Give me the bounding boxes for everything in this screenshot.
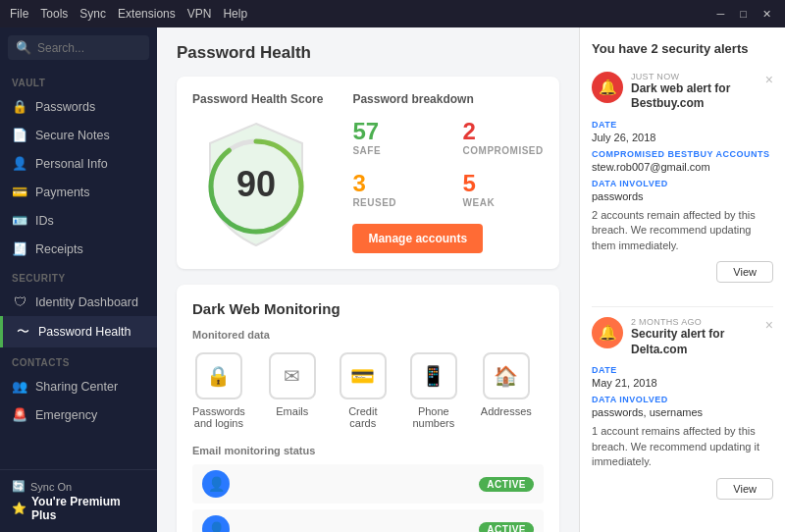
- sidebar-label-personal-info: Personal Info: [35, 157, 108, 171]
- stat-reused: 3 REUSED: [352, 170, 433, 208]
- alert-close-2[interactable]: ×: [765, 317, 773, 333]
- email-row-2[interactable]: 👤 ACTIVE: [192, 509, 544, 532]
- score-label: Password Health Score: [192, 92, 323, 106]
- monitored-label: Monitored data: [192, 329, 544, 341]
- receipt-icon: 🧾: [12, 241, 27, 256]
- sidebar-item-ids[interactable]: 🪪 IDs: [0, 206, 157, 235]
- alert-close-1[interactable]: ×: [765, 72, 773, 87]
- sidebar-label-password-health: Password Health: [38, 325, 131, 339]
- password-health-title: Password Health: [177, 43, 559, 63]
- alert-date-label-1: DATE: [592, 120, 773, 130]
- sidebar-item-payments[interactable]: 💳 Payments: [0, 178, 157, 206]
- email-row-1[interactable]: 👤 ACTIVE: [192, 464, 544, 504]
- credit-card-icon: 💳: [340, 352, 387, 399]
- sidebar-label-payments: Payments: [35, 186, 90, 199]
- alert-description-2: 1 account remains affected by this breac…: [592, 424, 773, 469]
- star-icon: ⭐: [12, 502, 26, 515]
- sidebar-item-emergency[interactable]: 🚨 Emergency: [0, 400, 157, 429]
- reused-num: 3: [352, 170, 433, 197]
- shield-score: 90: [236, 164, 276, 205]
- menu-file[interactable]: File: [10, 7, 28, 21]
- sidebar-item-receipts[interactable]: 🧾 Receipts: [0, 235, 157, 263]
- monitored-credit-cards: 💳 Creditcards: [340, 352, 387, 429]
- sidebar-label-secure-notes: Secure Notes: [35, 129, 110, 142]
- compromised-num: 2: [463, 118, 544, 145]
- safe-num: 57: [352, 118, 433, 145]
- breakdown-section: Password breakdown 57 SAFE 2 COMPROMISED…: [352, 92, 543, 253]
- sidebar-item-secure-notes[interactable]: 📄 Secure Notes: [0, 121, 157, 149]
- alert-card-1: 🔔 JUST NOW Dark web alert for Bestbuy.co…: [592, 72, 773, 283]
- passwords-label: Passwordsand logins: [192, 405, 245, 429]
- shield-container: 90: [192, 116, 320, 253]
- sidebar-item-passwords[interactable]: 🔒 Passwords: [0, 92, 157, 121]
- app-container: 🔍 VAULT 🔒 Passwords 📄 Secure Notes 👤 Per…: [0, 27, 785, 532]
- wave-icon: 〜: [15, 323, 30, 341]
- active-badge-1: ACTIVE: [479, 477, 534, 492]
- emails-label: Emails: [276, 405, 308, 417]
- alert-time-1: JUST NOW: [631, 72, 773, 81]
- sidebar-item-password-health[interactable]: 〜 Password Health: [0, 316, 157, 347]
- reused-label: REUSED: [352, 197, 433, 208]
- alert-account-label-1: COMPROMISED BESTBUY ACCOUNTS: [592, 149, 773, 159]
- contacts-section-label: CONTACTS: [0, 347, 157, 372]
- close-btn[interactable]: ✕: [759, 8, 775, 21]
- alert-date-label-2: DATE: [592, 365, 773, 375]
- alert-icon-2: 🔔: [592, 317, 623, 348]
- sidebar-label-sharing-center: Sharing Center: [35, 380, 118, 394]
- sync-status: 🔄 Sync On: [12, 480, 145, 493]
- menu-tools[interactable]: Tools: [40, 7, 68, 21]
- safe-label: SAFE: [352, 145, 433, 156]
- note-icon: 📄: [12, 128, 27, 142]
- view-button-2[interactable]: View: [716, 478, 773, 500]
- view-button-1[interactable]: View: [716, 261, 773, 283]
- alert-data-label-1: DATA INVOLVED: [592, 179, 773, 188]
- alerts-panel: You have 2 security alerts 🔔 JUST NOW Da…: [579, 27, 785, 532]
- alert-info-2: 2 MONTHS AGO Security alert for Delta.co…: [631, 317, 773, 357]
- alert-card-2: 🔔 2 MONTHS AGO Security alert for Delta.…: [592, 317, 773, 499]
- window-controls[interactable]: ─ □ ✕: [713, 8, 775, 21]
- premium-text: You're Premium Plus: [31, 495, 145, 522]
- sidebar-label-receipts: Receipts: [35, 242, 83, 256]
- weak-label: WEAK: [463, 197, 544, 208]
- email-status-label: Email monitoring status: [192, 445, 544, 456]
- menu-sync[interactable]: Sync: [79, 7, 106, 21]
- sidebar-item-sharing-center[interactable]: 👥 Sharing Center: [0, 372, 157, 400]
- title-bar: File Tools Sync Extensions VPN Help ─ □ …: [0, 0, 785, 27]
- menu-vpn[interactable]: VPN: [187, 7, 212, 21]
- alert-info-1: JUST NOW Dark web alert for Bestbuy.com: [631, 72, 773, 112]
- dark-web-title: Dark Web Monitoring: [192, 300, 544, 317]
- alert-data-value-2: passwords, usernames: [592, 406, 773, 418]
- sidebar-label-identity-dashboard: Identity Dashboard: [35, 295, 138, 309]
- sidebar-item-personal-info[interactable]: 👤 Personal Info: [0, 149, 157, 178]
- sidebar-bottom: 🔄 Sync On ⭐ You're Premium Plus: [0, 469, 157, 532]
- minimize-btn[interactable]: ─: [713, 8, 729, 21]
- monitored-phone: 📱 Phonenumbers: [410, 352, 457, 429]
- menu-extensions[interactable]: Extensions: [118, 7, 176, 21]
- alert-data-label-2: DATA INVOLVED: [592, 395, 773, 404]
- sync-icon: 🔄: [12, 480, 26, 493]
- alert-header-2: 🔔 2 MONTHS AGO Security alert for Delta.…: [592, 317, 773, 357]
- group-icon: 👥: [12, 379, 27, 394]
- maximize-btn[interactable]: □: [736, 8, 751, 21]
- search-bar[interactable]: 🔍: [8, 35, 149, 60]
- manage-accounts-button[interactable]: Manage accounts: [352, 224, 483, 253]
- vault-section-label: VAULT: [0, 68, 157, 92]
- card-icon: 💳: [12, 185, 27, 199]
- monitored-passwords: 🔒 Passwordsand logins: [192, 352, 245, 429]
- passwords-icon: 🔒: [195, 352, 242, 399]
- monitored-emails: ✉ Emails: [269, 352, 316, 417]
- menu-bar[interactable]: File Tools Sync Extensions VPN Help: [10, 7, 247, 21]
- alerts-title: You have 2 security alerts: [592, 41, 773, 58]
- weak-num: 5: [463, 170, 544, 197]
- monitored-addresses: 🏠 Addresses: [481, 352, 532, 417]
- score-section: Password Health Score: [192, 92, 323, 253]
- emergency-icon: 🚨: [12, 407, 27, 422]
- alert-divider: [592, 306, 773, 307]
- main-area: Password Health Password Health Score: [157, 27, 785, 532]
- menu-help[interactable]: Help: [223, 7, 247, 21]
- search-input[interactable]: [37, 41, 141, 55]
- phone-icon: 📱: [410, 352, 457, 399]
- pw-stats-grid: 57 SAFE 2 COMPROMISED 3 REUSED 5: [352, 118, 543, 208]
- sidebar-label-emergency: Emergency: [35, 408, 97, 422]
- sidebar-item-identity-dashboard[interactable]: 🛡 Identity Dashboard: [0, 288, 157, 316]
